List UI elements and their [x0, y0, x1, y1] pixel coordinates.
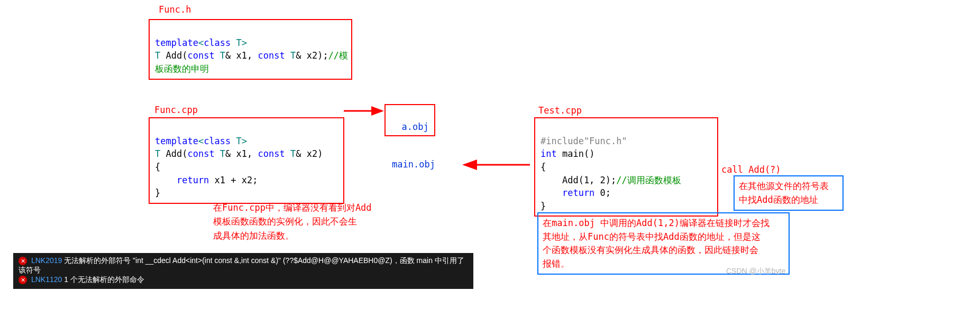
code-token: { [155, 162, 160, 172]
code-token: return [155, 175, 209, 185]
code-token: class [204, 136, 231, 146]
code-token: const [258, 50, 285, 61]
error-row-2: ✕ LNK1120 1 个无法解析的外部命令 [19, 275, 468, 285]
aobj-label: a.obj [401, 121, 428, 132]
svg-marker-1 [371, 106, 384, 116]
code-token: & x1, [225, 148, 258, 159]
code-token: 板函数的申明 [155, 63, 209, 74]
code-token: { [541, 162, 546, 172]
aobj-box: a.obj [384, 104, 435, 136]
testcpp-title: Test.cpp [538, 105, 582, 116]
funccpp-title: Func.cpp [154, 105, 198, 115]
code-token: T [155, 148, 160, 159]
code-token: T [231, 38, 241, 48]
error-icon: ✕ [19, 276, 27, 284]
error-code-1: LNK2019 [31, 256, 62, 265]
code-token: x1 + x2; [209, 175, 258, 185]
mainobj-label: main.obj [392, 159, 435, 170]
funch-codebox: template<class T> T Add(const T& x1, con… [149, 19, 352, 80]
arrow-funccpp-to-aobj [343, 103, 385, 119]
code-token: > [242, 136, 247, 146]
code-token: & x2) [296, 148, 323, 159]
code-token: T [215, 148, 225, 159]
code-token: const [187, 148, 214, 159]
code-token: T [231, 136, 241, 146]
code-token: Add(1, 2); [541, 175, 616, 185]
code-token: T [285, 50, 296, 61]
watermark: CSDN @小羊byte [726, 267, 785, 276]
code-token: & x1, [225, 50, 258, 61]
error-icon: ✕ [19, 257, 27, 265]
arrow-testcpp-to-mainobj [460, 157, 532, 173]
code-token: template [155, 38, 198, 48]
error-code-2: LNK1120 [31, 275, 62, 284]
call-add-label: call Add(?) [721, 164, 781, 175]
svg-marker-3 [462, 160, 477, 170]
funccpp-note: 在Func.cpp中，编译器没有看到对Add 模板函数函数的实例化，因此不会生 … [213, 201, 398, 242]
code-token: T [155, 50, 160, 61]
code-token: return [541, 188, 594, 198]
error-msg-1: 无法解析的外部符号 "int __cdecl Add<int>(int cons… [19, 256, 464, 274]
code-token: const [187, 50, 214, 61]
code-token: //模 [328, 50, 348, 61]
code-token: > [242, 38, 247, 48]
code-token: //调用函数模板 [616, 175, 681, 185]
code-token: Add( [160, 148, 187, 159]
code-token: main() [557, 148, 595, 159]
code-token: & x2); [296, 50, 328, 61]
code-token: } [155, 188, 160, 198]
code-token: T [285, 148, 296, 159]
code-token: < [198, 136, 204, 146]
code-token: } [541, 201, 546, 211]
code-token: < [198, 38, 204, 48]
error-panel: ✕ LNK2019 无法解析的外部符号 "int __cdecl Add<int… [13, 253, 473, 289]
symbol-table-note: 在其他源文件的符号表 中找Add函数的地址 [734, 175, 844, 211]
error-row-1: ✕ LNK2019 无法解析的外部符号 "int __cdecl Add<int… [19, 256, 468, 275]
error-msg-2: 1 个无法解析的外部命令 [64, 275, 144, 284]
code-token: class [204, 38, 231, 48]
code-token: 0; [594, 188, 611, 198]
code-token: #include"Func.h" [541, 136, 627, 146]
testcpp-codebox: #include"Func.h" int main() { Add(1, 2);… [534, 117, 718, 217]
funch-title: Func.h [159, 4, 191, 15]
code-token: const [258, 148, 285, 159]
code-token: Add( [160, 50, 187, 61]
funccpp-codebox: template<class T> T Add(const T& x1, con… [149, 117, 344, 204]
code-token: int [541, 148, 557, 159]
code-token: template [155, 136, 198, 146]
main-obj-note: 在main.obj 中调用的Add(1,2)编译器在链接时才会找 其地址，从Fu… [537, 212, 790, 275]
code-token: T [215, 50, 225, 61]
